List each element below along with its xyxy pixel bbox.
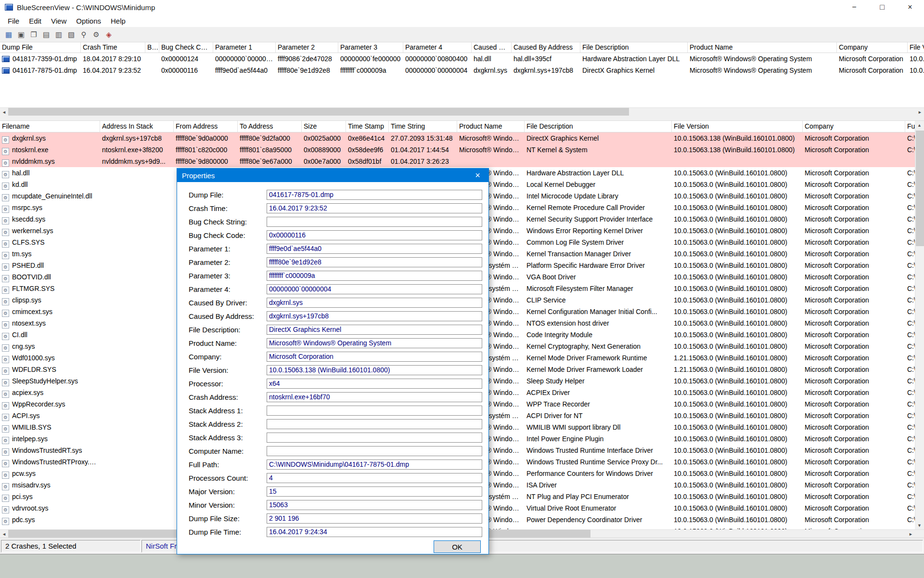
table-cell: Windows Error Reporting Kernel Driver xyxy=(525,225,672,236)
menu-help[interactable]: Help xyxy=(106,15,130,26)
field-input-full-path[interactable]: C:\WINDOWS\Minidump\041617-7875-01.dmp xyxy=(267,460,482,470)
menu-options[interactable]: Options xyxy=(71,15,106,26)
column-header-from-address[interactable]: From Address xyxy=(174,121,238,132)
column-header-to-address[interactable]: To Address xyxy=(238,121,302,132)
title-bar[interactable]: BlueScreenView - C:\WINDOWS\Minidump − □… xyxy=(0,0,924,14)
advanced-run-icon[interactable]: ◈ xyxy=(103,29,115,40)
report-view-icon[interactable]: ▦ xyxy=(3,29,14,40)
ok-button[interactable]: OK xyxy=(434,540,481,553)
field-input-major-version[interactable]: 15 xyxy=(267,486,482,497)
field-input-crash-time[interactable]: 16.04.2017 9:23:52 xyxy=(267,203,482,213)
table-row[interactable]: 041617-7875-01.dmp16.04.2017 9:23:520x00… xyxy=(0,65,924,76)
column-header-parameter-2[interactable]: Parameter 2 xyxy=(276,42,338,53)
field-input-file-version[interactable]: 10.0.15063.138 (WinBuild.160101.0800) xyxy=(267,365,482,375)
column-header-parameter-4[interactable]: Parameter 4 xyxy=(403,42,472,53)
column-header-dump-file[interactable]: Dump File xyxy=(0,42,81,53)
field-label-file-version: File Version: xyxy=(189,366,267,374)
scroll-down-arrow-icon[interactable]: ▼ xyxy=(915,521,924,529)
scroll-right-arrow-icon[interactable]: ► xyxy=(916,108,924,116)
properties-icon[interactable]: ▧ xyxy=(65,29,77,40)
column-header-filename[interactable]: Filename xyxy=(0,121,100,132)
field-input-dump-file-time[interactable]: 16.04.2017 9:24:34 xyxy=(267,527,482,537)
column-header-time-stamp[interactable]: Time Stamp xyxy=(346,121,389,132)
column-header-parameter-1[interactable]: Parameter 1 xyxy=(213,42,276,53)
table-row[interactable]: ⚙nvlddmkm.sysnvlddmkm.sys+9d9...fffff80e… xyxy=(0,156,924,167)
field-input-caused-by-address[interactable]: dxgkrnl.sys+197cb8 xyxy=(267,311,482,321)
scroll-right-arrow-icon[interactable]: ► xyxy=(907,530,915,538)
field-input-parameter-3[interactable]: ffffffff`c000009a xyxy=(267,271,482,281)
column-header-bug-check-code[interactable]: Bug Check Code xyxy=(159,42,213,53)
column-header-file-version[interactable]: File Version xyxy=(672,121,803,132)
table-row[interactable]: 041817-7359-01.dmp18.04.2017 8:29:100x00… xyxy=(0,53,924,65)
driver-file-icon: ⚙ xyxy=(2,171,9,178)
field-input-processors-count[interactable]: 4 xyxy=(267,473,482,483)
field-input-parameter-4[interactable]: 00000000`00000004 xyxy=(267,284,482,294)
scroll-left-arrow-icon[interactable]: ◄ xyxy=(0,108,8,116)
html-report-icon[interactable]: ▥ xyxy=(53,29,64,40)
column-header-crash-time[interactable]: Crash Time xyxy=(81,42,145,53)
column-header-address-in-stack[interactable]: Address In Stack xyxy=(100,121,174,132)
field-input-parameter-1[interactable]: ffff9e0d`ae5f44a0 xyxy=(267,244,482,254)
table-row[interactable]: ⚙dxgkrnl.sysdxgkrnl.sys+197cb8fffff80e`9… xyxy=(0,132,924,144)
close-button[interactable]: × xyxy=(896,0,924,14)
field-input-dump-file-size[interactable]: 2 901 196 xyxy=(267,513,482,524)
dialog-close-icon[interactable]: × xyxy=(467,169,488,182)
column-header-product-name[interactable]: Product Name xyxy=(688,42,837,53)
field-input-stack-address-3[interactable] xyxy=(267,433,482,443)
maximize-button[interactable]: □ xyxy=(868,0,896,14)
table-cell: dxgkrnl.sys+197cb8 xyxy=(100,132,174,144)
copy-icon[interactable]: ❐ xyxy=(28,29,39,40)
options-icon[interactable]: ⚙ xyxy=(90,29,102,40)
column-header-caused-by-address[interactable]: Caused By Address xyxy=(512,42,580,53)
copy-details-icon[interactable]: ▤ xyxy=(40,29,52,40)
dialog-title-bar[interactable]: Properties × xyxy=(177,169,488,182)
table-cell xyxy=(100,398,174,410)
table-row[interactable]: ⚙ntoskrnl.exentoskrnl.exe+3f8200fffff801… xyxy=(0,144,924,156)
menu-view[interactable]: View xyxy=(46,15,71,26)
column-header-file-description[interactable]: File Description xyxy=(525,121,672,132)
field-input-parameter-2[interactable]: fffff80e`9e1d92e8 xyxy=(267,257,482,267)
driver-table-header: FilenameAddress In StackFrom AddressTo A… xyxy=(0,121,924,132)
driver-file-icon: ⚙ xyxy=(2,356,9,363)
column-header-company[interactable]: Company xyxy=(837,42,908,53)
column-header-size[interactable]: Size xyxy=(302,121,346,132)
save-icon[interactable]: ▣ xyxy=(15,29,27,40)
driver-file-icon: ⚙ xyxy=(2,148,9,155)
table-cell: 10.0.15063.0 (WinBuild.160101.0800) xyxy=(672,271,803,283)
field-input-company[interactable]: Microsoft Corporation xyxy=(267,352,482,362)
field-input-minor-version[interactable]: 15063 xyxy=(267,500,482,510)
column-header-parameter-3[interactable]: Parameter 3 xyxy=(338,42,403,53)
field-input-caused-by-driver[interactable]: dxgkrnl.sys xyxy=(267,298,482,308)
column-header-product-name[interactable]: Product Name xyxy=(457,121,525,132)
column-header-file-description[interactable]: File Description xyxy=(580,42,688,53)
column-header-caused-by-driver[interactable]: Caused By Driver xyxy=(472,42,512,53)
field-input-bug-check-string[interactable] xyxy=(267,217,482,227)
upper-horizontal-scroll-thumb[interactable] xyxy=(8,108,629,116)
field-input-computer-name[interactable] xyxy=(267,446,482,456)
menu-file[interactable]: File xyxy=(3,15,24,26)
pane-splitter[interactable] xyxy=(0,116,924,121)
field-input-crash-address[interactable]: ntoskrnl.exe+16bf70 xyxy=(267,392,482,402)
field-input-dump-file[interactable]: 041617-7875-01.dmp xyxy=(267,190,482,200)
column-header-company[interactable]: Company xyxy=(803,121,905,132)
column-header-file-version[interactable]: File Version xyxy=(908,42,924,53)
find-icon[interactable]: ⚲ xyxy=(78,29,90,40)
dialog-field-row: Processor:x64 xyxy=(177,377,488,390)
field-input-product-name[interactable]: Microsoft® Windows® Operating System xyxy=(267,338,482,348)
scroll-left-arrow-icon[interactable]: ◄ xyxy=(0,530,8,538)
minimize-button[interactable]: − xyxy=(840,0,868,14)
field-input-stack-address-2[interactable] xyxy=(267,419,482,429)
field-input-stack-address-1[interactable] xyxy=(267,406,482,416)
vertical-scroll-thumb[interactable] xyxy=(916,131,924,246)
field-input-processor[interactable]: x64 xyxy=(267,379,482,389)
column-header-time-string[interactable]: Time String xyxy=(389,121,457,132)
menu-edit[interactable]: Edit xyxy=(24,15,46,26)
field-input-bug-check-code[interactable]: 0x00000116 xyxy=(267,230,482,240)
table-cell: ⚙vdrvroot.sys xyxy=(0,502,100,514)
driver-file-icon: ⚙ xyxy=(2,310,9,317)
field-input-file-description[interactable]: DirectX Graphics Kernel xyxy=(267,325,482,335)
scroll-up-arrow-icon[interactable]: ▲ xyxy=(915,121,924,129)
field-label-crash-time: Crash Time: xyxy=(189,204,267,212)
column-header-bug-check-string[interactable]: Bug Check String xyxy=(145,42,159,53)
driver-file-icon: ⚙ xyxy=(2,252,9,259)
